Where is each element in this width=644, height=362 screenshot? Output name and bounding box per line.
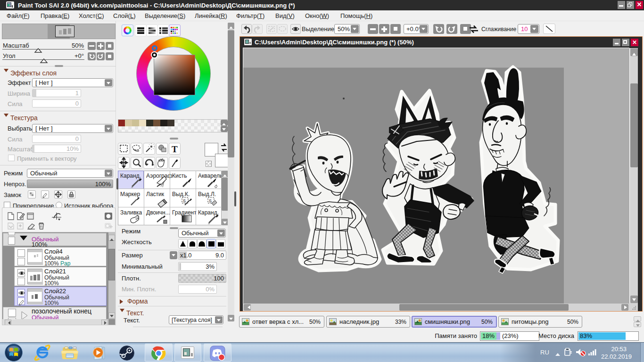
svg-text:S: S — [209, 198, 212, 203]
svg-text:S: S — [183, 198, 186, 203]
svg-text:T: T — [172, 144, 178, 154]
